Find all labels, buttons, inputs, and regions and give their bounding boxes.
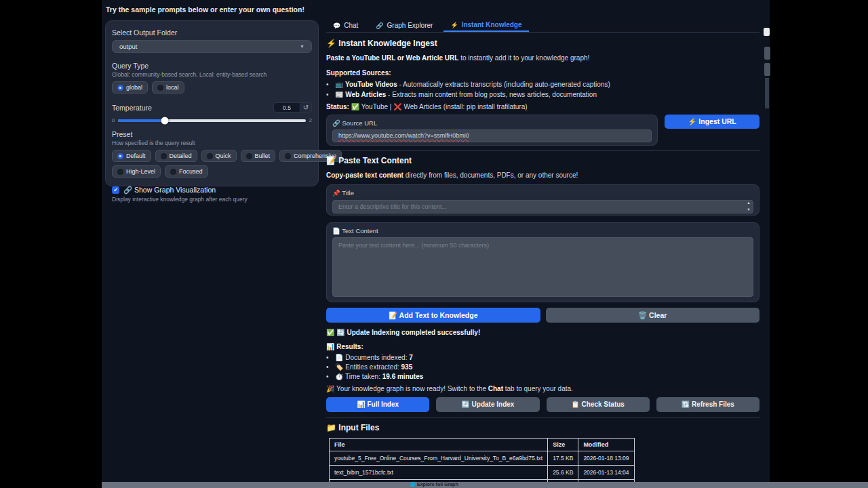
slider-fill: [118, 119, 165, 122]
slider-min-label: 0: [112, 117, 115, 123]
temperature-label: Temperature: [112, 104, 152, 112]
file-name-cell: text_bibin_1571bcfc.txt: [330, 466, 548, 480]
update-index-button[interactable]: 🔄 Update Index: [436, 397, 539, 412]
divider: [326, 150, 760, 151]
clear-button[interactable]: 🗑️ Clear: [546, 308, 760, 323]
slider-max-label: 2: [309, 117, 312, 123]
scrollbar-thumb[interactable]: [764, 28, 770, 36]
chat-icon: 💬: [333, 22, 340, 29]
result-time: • ⏱️ Time taken: 19.6 minutes: [326, 373, 760, 380]
source-url-panel: 🔗 Source URL https://www.youtube.com/wat…: [326, 115, 658, 146]
table-row: youtube_5_Free_Online_Courses_From_Harva…: [330, 451, 635, 466]
radio-dot: [117, 153, 123, 159]
main-content: 💬 Chat 🔗 Graph Explorer ⚡ Instant Knowle…: [326, 20, 760, 488]
file-size-cell: 17.5 KB: [548, 451, 578, 466]
radio-dot: [285, 153, 291, 159]
scrollbar-rail: [765, 78, 769, 108]
radio-label: local: [166, 84, 179, 91]
slider-thumb[interactable]: [161, 117, 169, 124]
app-window: Try the sample prompts below or enter yo…: [102, 0, 770, 488]
show-graph-description: Display interactive knowledge graph afte…: [112, 196, 312, 203]
spinner-up-icon[interactable]: ▲: [745, 201, 752, 205]
output-folder-label: Select Output Folder: [112, 28, 312, 37]
radio-local[interactable]: local: [152, 81, 184, 94]
file-modified-cell: 2026-01-13 14:04: [578, 466, 634, 480]
spinner-down-icon[interactable]: ▼: [745, 207, 752, 212]
radio-focused[interactable]: Focused: [165, 165, 208, 178]
temperature-slider[interactable]: [118, 119, 306, 122]
show-graph-checkbox[interactable]: ✔: [112, 186, 119, 194]
radio-dot: [117, 169, 123, 175]
ingest-intro: Paste a YouTube URL or Web Article URL t…: [326, 54, 760, 62]
radio-detailed[interactable]: Detailed: [155, 150, 197, 162]
reset-icon[interactable]: ↺: [300, 102, 312, 113]
show-graph-label: 🔗 Show Graph Visualization: [123, 186, 216, 195]
lightning-icon: ⚡: [326, 39, 336, 48]
link-icon: 🔗: [376, 22, 383, 29]
full-index-button[interactable]: 📊 Full Index: [326, 397, 429, 412]
radio-label: global: [126, 84, 142, 91]
add-text-button[interactable]: 📝 Add Text to Knowledge: [326, 308, 540, 323]
radio-dot: [161, 153, 167, 159]
explore-full-graph-button[interactable]: 🌐 Explore full Graph: [102, 482, 766, 487]
tab-instant-knowledge[interactable]: ⚡ Instant Knowledge: [443, 20, 528, 32]
radio-label: Quick: [216, 152, 231, 159]
check-status-button[interactable]: 📋 Check Status: [547, 397, 650, 412]
radio-dot: [157, 85, 163, 91]
tab-chat[interactable]: 💬 Chat: [326, 20, 365, 32]
title-panel: 📌 Title ▲ ▼: [326, 184, 760, 216]
title-spinner[interactable]: ▲ ▼: [745, 201, 752, 212]
radio-label: High-Level: [126, 168, 155, 175]
file-modified-cell: 2026-01-18 13:09: [578, 451, 634, 466]
title-label: 📌 Title: [332, 189, 753, 197]
preset-radio-row-1: Default Detailed Quick Bullet Comprehens…: [112, 150, 312, 162]
tab-bar: 💬 Chat 🔗 Graph Explorer ⚡ Instant Knowle…: [326, 20, 760, 33]
source-url-label: 🔗 Source URL: [332, 119, 652, 127]
sample-prompt-hint: Try the sample prompts below or enter yo…: [106, 5, 304, 14]
radio-label: Bullet: [255, 152, 271, 159]
table-header-row: File Size Modified: [330, 439, 635, 451]
input-files-table: File Size Modified youtube_5_Free_Online…: [329, 438, 635, 488]
radio-quick[interactable]: Quick: [201, 150, 237, 162]
tab-label: Instant Knowledge: [462, 21, 522, 28]
result-documents: • 📄 Documents indexed: 7: [326, 354, 760, 361]
query-type-label: Query Type: [112, 62, 312, 70]
output-folder-value: output: [119, 43, 137, 50]
explore-graph-bar: 🌐 Explore full Graph: [102, 482, 868, 488]
results-heading: 📊 Results:: [326, 343, 760, 350]
source-url-input[interactable]: https://www.youtube.com/watch?v=ssmlfH0b…: [332, 129, 652, 142]
file-name-cell: youtube_5_Free_Online_Courses_From_Harva…: [330, 451, 548, 466]
file-size-cell: 25.6 KB: [548, 466, 578, 480]
radio-label: Default: [126, 152, 146, 159]
text-content-textarea[interactable]: [332, 237, 753, 297]
chevron-down-icon: ▼: [300, 44, 304, 49]
title-input[interactable]: [332, 200, 753, 214]
paste-intro: Copy-paste text content directly from fi…: [326, 171, 760, 179]
radio-bullet[interactable]: Bullet: [241, 150, 276, 162]
radio-default[interactable]: Default: [112, 150, 151, 162]
radio-label: Focused: [179, 168, 203, 175]
temperature-value-input[interactable]: 0.5: [273, 102, 300, 113]
refresh-files-button[interactable]: 🔃 Refresh Files: [656, 397, 760, 412]
table-row: text_bibin_1571bcfc.txt 25.6 KB 2026-01-…: [330, 466, 635, 480]
supported-sources-label: Supported Sources:: [326, 69, 760, 77]
tab-label: Chat: [344, 22, 358, 29]
radio-global[interactable]: global: [112, 81, 148, 94]
tab-label: Graph Explorer: [387, 22, 433, 29]
scrollbar-segment: [764, 47, 770, 60]
index-success-message: ✅ 🔄 Update Indexing completed successful…: [326, 329, 760, 336]
ingest-url-button[interactable]: ⚡ Ingest URL: [665, 115, 760, 129]
globe-icon: 🌐: [410, 482, 416, 487]
tab-graph-explorer[interactable]: 🔗 Graph Explorer: [369, 20, 439, 32]
paste-heading: 📝 Paste Text Content: [326, 156, 760, 165]
text-content-label: 📄 Text Content: [332, 227, 753, 235]
radio-dot: [246, 153, 252, 159]
divider: [326, 418, 760, 418]
output-folder-dropdown[interactable]: output ▼: [112, 40, 312, 53]
radio-dot: [170, 169, 176, 175]
radio-high-level[interactable]: High-Level: [112, 165, 161, 178]
ingest-heading: ⚡ Instant Knowledge Ingest: [326, 39, 760, 48]
settings-sidebar: Select Output Folder output ▼ Query Type…: [105, 20, 319, 186]
graph-ready-message: 🎉 Your knowledge graph is now ready! Swi…: [326, 385, 760, 392]
column-header-size: Size: [548, 439, 578, 451]
